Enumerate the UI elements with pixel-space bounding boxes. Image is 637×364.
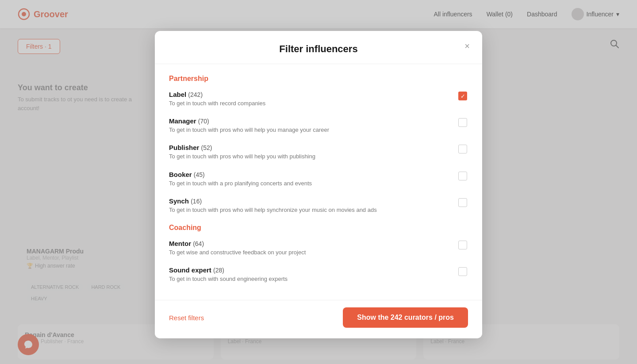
modal-close-button[interactable]: × bbox=[464, 42, 470, 50]
filter-booker-count: (45) bbox=[194, 171, 205, 178]
modal-title: Filter influencers bbox=[279, 43, 357, 54]
section-coaching-title: Coaching bbox=[169, 224, 468, 232]
filter-synch-checkbox[interactable] bbox=[458, 198, 468, 208]
filter-label-checkbox[interactable]: ✓ bbox=[458, 92, 468, 101]
filter-booker-checkbox[interactable] bbox=[458, 172, 468, 181]
filter-item-mentor: Mentor (64) To get wise and constructive… bbox=[169, 240, 468, 257]
filter-synch-desc: To get in touch with pros who will help … bbox=[169, 206, 451, 214]
filter-modal: Filter influencers × Partnership Label (… bbox=[155, 31, 482, 338]
filter-mentor-checkbox[interactable] bbox=[458, 241, 468, 250]
filter-sound-expert-checkbox[interactable] bbox=[458, 267, 468, 277]
filter-item-manager: Manager (70) To get in touch with pros w… bbox=[169, 117, 468, 134]
modal-header: Filter influencers × bbox=[155, 31, 482, 64]
filter-manager-count: (70) bbox=[198, 118, 209, 125]
reset-filters-button[interactable]: Reset filters bbox=[169, 310, 204, 325]
filter-publisher-checkbox[interactable] bbox=[458, 145, 468, 154]
filter-booker-desc: To get in touch with a pro planifying co… bbox=[169, 180, 451, 188]
show-curators-button[interactable]: Show the 242 curators / pros bbox=[343, 307, 468, 328]
filter-synch-name: Synch (16) bbox=[169, 197, 451, 205]
filter-item-label: Label (242) To get in touch with record … bbox=[169, 91, 468, 107]
checkbox-checked-icon: ✓ bbox=[458, 92, 467, 100]
filter-publisher-desc: To get in touch with pros who will help … bbox=[169, 153, 451, 161]
filter-item-sound-expert: Sound expert (28) To get in touch with s… bbox=[169, 266, 468, 283]
filter-booker-name: Booker (45) bbox=[169, 171, 451, 178]
filter-sound-expert-desc: To get in touch with sound engineering e… bbox=[169, 275, 451, 283]
filter-manager-name: Manager (70) bbox=[169, 117, 451, 125]
filter-publisher-name: Publisher (52) bbox=[169, 144, 451, 151]
filter-item-synch: Synch (16) To get in touch with pros who… bbox=[169, 197, 468, 214]
modal-overlay: Filter influencers × Partnership Label (… bbox=[0, 0, 637, 364]
filter-manager-checkbox[interactable] bbox=[458, 118, 468, 128]
filter-synch-count: (16) bbox=[191, 198, 202, 205]
section-partnership-title: Partnership bbox=[169, 75, 468, 83]
filter-mentor-count: (64) bbox=[193, 240, 204, 247]
filter-item-publisher: Publisher (52) To get in touch with pros… bbox=[169, 144, 468, 161]
filter-publisher-count: (52) bbox=[201, 144, 212, 151]
filter-item-booker: Booker (45) To get in touch with a pro p… bbox=[169, 171, 468, 188]
modal-footer: Reset filters Show the 242 curators / pr… bbox=[155, 300, 482, 338]
modal-body[interactable]: Partnership Label (242) To get in touch … bbox=[155, 64, 482, 300]
filter-label-count: (242) bbox=[188, 91, 203, 98]
filter-manager-desc: To get in touch with pros who will help … bbox=[169, 126, 451, 134]
filter-label-desc: To get in touch with record companies bbox=[169, 100, 451, 107]
filter-sound-expert-count: (28) bbox=[213, 267, 224, 274]
filter-mentor-desc: To get wise and constructive feedback on… bbox=[169, 249, 451, 257]
filter-label-name: Label (242) bbox=[169, 91, 451, 98]
filter-sound-expert-name: Sound expert (28) bbox=[169, 266, 451, 274]
filter-mentor-name: Mentor (64) bbox=[169, 240, 451, 247]
